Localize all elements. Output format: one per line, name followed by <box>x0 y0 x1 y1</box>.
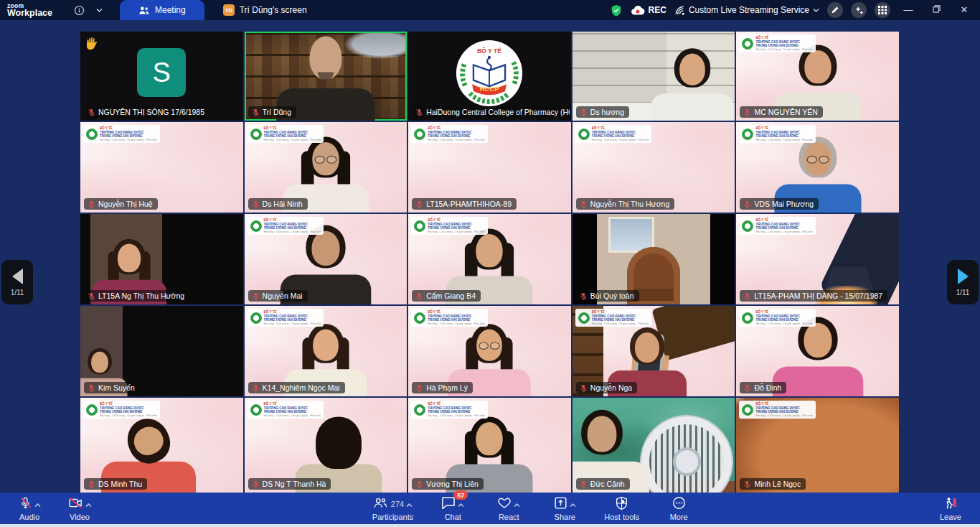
silhouette-face <box>587 416 616 452</box>
page-indicator: 1/11 <box>956 289 970 297</box>
participant-tile[interactable]: Đức Cảnh <box>573 398 735 493</box>
college-logo-banner: BỘ Y TẾTRƯỜNG CAO ĐẲNG DƯỢCTRUNG ƯƠNG HẢ… <box>739 401 816 419</box>
mic-muted-icon <box>88 292 95 300</box>
participant-name: HaiDuong Central College of Pharmacy (HC… <box>426 108 570 116</box>
participant-tile[interactable]: BỘ Y TẾTRƯỜNG CAO ĐẲNG DƯỢCTRUNG ƯƠNG HẢ… <box>736 32 899 121</box>
audio-chevron-icon[interactable] <box>34 498 41 510</box>
live-streaming-control[interactable]: Custom Live Streaming Service <box>674 5 819 16</box>
participant-tile[interactable]: Trí Dũng <box>245 32 407 121</box>
participant-tile[interactable]: BỘ Y TẾTRƯỜNG CAO ĐẲNG DƯỢCTRUNG ƯƠNG HẢ… <box>573 122 735 213</box>
participant-tile[interactable]: BỘ Y TẾTRƯỜNG CAO ĐẲNG DƯỢCTRUNG ƯƠNG HẢ… <box>408 398 571 493</box>
participant-name: Nguyễn Thị Huệ <box>98 200 153 208</box>
glasses <box>479 342 500 350</box>
banner-line: Hội nhập - Chất lượng - Chuyên nghiệp - … <box>264 230 321 233</box>
ai-companion-button[interactable] <box>851 2 867 18</box>
recording-indicator[interactable]: REC <box>630 5 666 16</box>
participant-tile[interactable]: BỘ Y TẾTRƯỜNG CAO ĐẲNG DƯỢCTRUNG ƯƠNG HẢ… <box>408 306 571 396</box>
participant-tile[interactable]: BỘ Y TẾTRƯỜNG CAO ĐẲNG DƯỢCTRUNG ƯƠNG HẢ… <box>736 214 899 304</box>
previous-page-button[interactable]: 1/11 <box>1 260 33 304</box>
audio-button[interactable]: Audio <box>10 493 49 524</box>
chat-button[interactable]: 57 Chat <box>433 493 472 524</box>
participant-name-label: Nguyễn Mai <box>248 290 308 302</box>
mic-muted-icon <box>252 480 260 488</box>
mic-muted-icon <box>580 108 588 116</box>
react-button[interactable]: React <box>489 493 528 524</box>
leave-button[interactable]: Leave <box>931 495 970 523</box>
participant-tile[interactable]: BỘ Y TẾTRƯỜNG CAO ĐẲNG DƯỢCTRUNG ƯƠNG HẢ… <box>736 398 899 493</box>
participant-tile[interactable]: BỘ Y TẾTRƯỜNG CAO ĐẲNG DƯỢCTRUNG ƯƠNG HẢ… <box>80 398 243 493</box>
participant-tile[interactable]: BỘ Y TẾTRƯỜNG CAO ĐẲNG DƯỢCTRUNG ƯƠNG HẢ… <box>408 122 571 213</box>
participants-button[interactable]: 274 Participants <box>369 493 416 524</box>
tab-screen-label: Trí Dũng's screen <box>240 5 307 15</box>
participant-tile[interactable]: Bùi Quý toàn <box>573 214 735 304</box>
participants-label: Participants <box>372 513 413 521</box>
host-tools-button[interactable]: Host tools <box>601 493 642 524</box>
silhouette-face <box>635 332 659 363</box>
tab-meeting-label: Meeting <box>155 5 186 15</box>
college-logo-icon <box>742 404 753 416</box>
participant-tile[interactable]: BỘ Y TẾTRƯỜNG CAO ĐẲNG DƯỢCTRUNG ƯƠNG HẢ… <box>736 306 899 396</box>
college-banner-text: BỘ Y TẾTRƯỜNG CAO ĐẲNG DƯỢCTRUNG ƯƠNG HẢ… <box>100 126 157 141</box>
raised-hand-icon <box>85 35 101 54</box>
participant-tile[interactable]: Ds hương <box>573 32 735 121</box>
video-button[interactable]: Video <box>60 493 99 524</box>
react-chevron-icon[interactable] <box>514 498 520 510</box>
banner-line: Hội nhập - Chất lượng - Chuyên nghiệp - … <box>428 414 485 417</box>
participant-tile[interactable]: BỘ Y TẾTRƯỜNG CAO ĐẲNG DƯỢCTRUNG ƯƠNG HẢ… <box>245 214 407 304</box>
participant-tile[interactable]: BỘ Y TẾTRƯỜNG CAO ĐẲNG DƯỢCTRUNG ƯƠNG HẢ… <box>80 122 243 213</box>
participant-tile[interactable]: BỘ Y TẾTRƯỜNG CAO ĐẲNG DƯỢCTRUNG ƯƠNG HẢ… <box>245 122 407 213</box>
mic-muted-icon <box>415 480 423 488</box>
participant-tile[interactable]: Kim Suyến <box>80 306 243 396</box>
minimize-button[interactable]: — <box>898 0 918 20</box>
participant-name: Cẩm Giang B4 <box>426 292 476 300</box>
maximize-button[interactable] <box>926 0 946 20</box>
participant-tile[interactable]: BỘ Y TẾTRƯỜNG CAO ĐẲNG DƯỢCTRUNG ƯƠNG HẢ… <box>573 306 735 396</box>
silhouette-face <box>680 54 706 85</box>
share-chevron-icon[interactable] <box>570 498 576 510</box>
banner-line: Hội nhập - Chất lượng - Chuyên nghiệp - … <box>100 139 157 141</box>
participants-chevron-icon[interactable] <box>406 498 413 510</box>
participant-name-label: DS Minh Thu <box>84 478 147 490</box>
participant-name-label: Ds Hải Ninh <box>248 198 308 210</box>
security-shield-icon[interactable] <box>611 4 622 17</box>
mic-muted-icon <box>743 200 751 208</box>
video-chevron-icon[interactable] <box>85 498 92 510</box>
annotate-pencil-button[interactable] <box>827 2 843 18</box>
college-banner-text: BỘ Y TẾTRƯỜNG CAO ĐẲNG DƯỢCTRUNG ƯƠNG HẢ… <box>755 402 813 417</box>
college-banner-text: BỘ Y TẾTRƯỜNG CAO ĐẲNG DƯỢCTRUNG ƯƠNG HẢ… <box>755 36 813 51</box>
participant-name: Ds Hải Ninh <box>263 200 303 208</box>
more-button[interactable]: More <box>659 493 698 524</box>
close-button[interactable]: ✕ <box>954 0 974 20</box>
participant-tile[interactable]: LT15A Ng Thị Thu Hường <box>80 214 243 304</box>
college-banner-text: BỘ Y TẾTRƯỜNG CAO ĐẲNG DƯỢCTRUNG ƯƠNG HẢ… <box>755 310 813 325</box>
college-banner-text: BỘ Y TẾTRƯỜNG CAO ĐẲNG DƯỢCTRUNG ƯƠNG HẢ… <box>264 310 321 325</box>
participant-name: LT15A Ng Thị Thu Hường <box>98 292 184 300</box>
tab-meeting[interactable]: Meeting <box>120 0 204 20</box>
college-logo-banner: BỘ Y TẾTRƯỜNG CAO ĐẲNG DƯỢCTRUNG ƯƠNG HẢ… <box>248 309 324 327</box>
college-banner-text: BỘ Y TẾTRƯỜNG CAO ĐẲNG DƯỢCTRUNG ƯƠNG HẢ… <box>755 218 813 233</box>
participant-tile[interactable]: BỘ Y TẾTRƯỜNG CAO ĐẲNG DƯỢCTRUNG ƯƠNG HẢ… <box>736 122 899 213</box>
participant-name-label: Bùi Quý toàn <box>576 290 639 302</box>
participant-tile[interactable]: BỘ Y TẾTRƯỜNG CAO ĐẲNG DƯỢCTRUNG ƯƠNG HẢ… <box>408 214 571 304</box>
participant-name-label: VDS Mai Phương <box>740 198 819 210</box>
college-logo-icon <box>742 129 753 140</box>
participant-name-label: Nguyễn Nga <box>576 382 637 393</box>
participant-tile[interactable]: SNGUYỄN THỊ SÓNG 17/6/1985 <box>80 32 243 121</box>
participant-name-label: Nguyễn Thị Thu Hương <box>576 198 674 210</box>
share-button[interactable]: Share <box>545 493 584 524</box>
college-logo-icon <box>414 312 425 324</box>
chevron-down-icon[interactable] <box>96 8 103 12</box>
college-logo-banner: BỘ Y TẾTRƯỜNG CAO ĐẲNG DƯỢCTRUNG ƯƠNG HẢ… <box>411 309 488 327</box>
participant-name: LT15A-PHAM THỊ DÀNG - 15/07/1987 <box>754 292 882 300</box>
participant-tile[interactable]: BỘ Y TẾTRƯỜNG CAO ĐẲNG DƯỢCTRUNG ƯƠNG HẢ… <box>245 398 407 493</box>
apps-grid-button[interactable] <box>875 2 890 18</box>
next-page-button[interactable]: 1/11 <box>947 260 979 304</box>
college-banner-text: BỘ Y TẾTRƯỜNG CAO ĐẲNG DƯỢCTRUNG ƯƠNG HẢ… <box>264 218 321 233</box>
info-icon[interactable] <box>74 5 85 16</box>
silhouette-face <box>118 243 141 272</box>
tab-tri-dung-screen[interactable]: TD Trí Dũng's screen <box>204 0 326 20</box>
college-logo-icon <box>742 38 753 50</box>
participant-tile[interactable]: BỘ Y TẾTRƯỜNG CAO ĐẲNG DƯỢCTRUNG ƯƠNG HẢ… <box>245 306 407 396</box>
participant-tile[interactable]: BỘ Y TẾHCCPHaiDuong Central College of P… <box>408 32 571 121</box>
mic-muted-icon <box>743 384 751 392</box>
